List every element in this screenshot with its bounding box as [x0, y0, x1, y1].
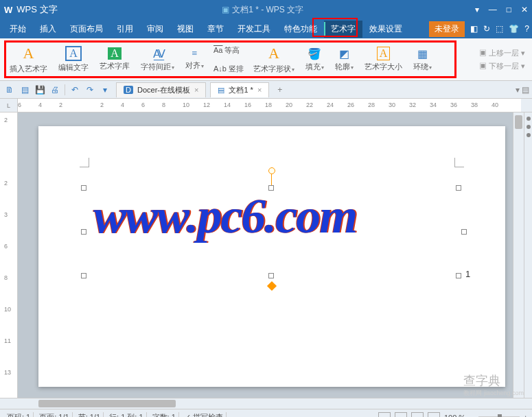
app-logo: W — [4, 5, 12, 15]
close-tab-icon[interactable]: × — [257, 86, 262, 94]
margin-corner-icon — [454, 158, 464, 167]
status-bar: 页码: 1 页面: 1/1 节: 1/1 行: 1 列: 1 字数: 1 ✓ 拼… — [0, 409, 532, 417]
view-reading-button[interactable] — [428, 412, 440, 418]
vertical-icon: A↓b — [213, 64, 227, 73]
library-icon: A — [108, 47, 122, 60]
bring-forward-button[interactable]: ▣ 上移一层 ▾ — [479, 48, 525, 58]
wrap-icon: ▦ — [417, 47, 428, 60]
qat-more-icon[interactable]: ▾ — [98, 83, 112, 97]
side-panel[interactable] — [524, 112, 532, 398]
align-button[interactable]: ≡ 对齐▾ — [180, 41, 209, 78]
align-icon: ≡ — [192, 48, 198, 59]
selection-handle[interactable] — [81, 229, 86, 235]
tab-docer[interactable]: D Docer-在线模板 × — [116, 82, 206, 97]
doc-icon: ▤ — [218, 86, 224, 95]
zoom-out-button[interactable]: − — [470, 414, 474, 418]
status-word-count[interactable]: 字数: 1 — [150, 412, 179, 417]
close-tab-icon[interactable]: × — [194, 86, 198, 94]
view-print-layout-button[interactable] — [378, 412, 391, 418]
wordart-library-button[interactable]: A 艺术字库 — [94, 41, 135, 78]
qat-new-icon[interactable]: 🗎 — [3, 83, 16, 97]
same-height-icon: Aa — [213, 46, 222, 54]
window-icon[interactable]: ⬚ — [496, 24, 503, 34]
vertical-ruler[interactable]: 22368101113 — [0, 112, 18, 398]
menu-wordart[interactable]: 艺术字 — [324, 21, 362, 38]
ribbon-toolbar: A 插入艺术字 A 编辑文字 A 艺术字库 A̲V̲ 字符间距▾ ≡ 对齐▾ A… — [0, 38, 532, 81]
wordart-shape-button[interactable]: A 艺术字形状▾ — [248, 41, 300, 78]
quick-access-toolbar: 🗎 ▤ 💾 🖨 ↶ ↷ ▾ D Docer-在线模板 × ▤ 文档1 * × +… — [0, 81, 532, 99]
vertical-text-button[interactable]: A↓b竖排 — [213, 64, 244, 74]
refresh-icon[interactable]: ↻ — [483, 24, 490, 34]
tab-doc1[interactable]: ▤ 文档1 * × — [210, 82, 269, 97]
vertical-scrollbar[interactable] — [513, 112, 524, 398]
layout-icon[interactable]: ◧ — [470, 24, 478, 34]
fill-button[interactable]: 🪣 填充▾ — [300, 41, 329, 78]
menu-page-layout[interactable]: 页面布局 — [63, 21, 110, 38]
close-button[interactable]: ✕ — [521, 5, 528, 14]
selection-handle[interactable] — [81, 273, 86, 278]
workspace: 22368101113 www.pc6.com 1 — [0, 112, 532, 398]
status-spellcheck[interactable]: ✓ 拼写检查 — [182, 412, 227, 417]
horizontal-ruler[interactable]: 642246810121416182022242628303234363840 — [18, 99, 521, 112]
menu-bar: 开始 插入 页面布局 引用 审阅 视图 章节 开发工具 特色功能 艺术字 效果设… — [0, 19, 532, 38]
maximize-button[interactable]: □ — [507, 5, 511, 14]
menu-insert[interactable]: 插入 — [33, 21, 63, 38]
outline-button[interactable]: ◩ 轮廓▾ — [329, 41, 359, 78]
fill-icon: 🪣 — [308, 47, 321, 60]
wordart-a-icon: A — [23, 45, 34, 62]
wordart-object[interactable]: www.pc6.com — [93, 188, 356, 245]
rotate-handle[interactable] — [268, 167, 275, 174]
menu-developer[interactable]: 开发工具 — [231, 21, 277, 38]
menu-effects[interactable]: 效果设置 — [362, 21, 409, 38]
document-title: 文档1 * - WPS 文字 — [232, 4, 303, 16]
send-backward-button[interactable]: ▣ 下移一层 ▾ — [479, 61, 525, 71]
status-page[interactable]: 页面: 1/1 — [36, 412, 72, 417]
wrap-button[interactable]: ▦ 环绕▾ — [408, 41, 437, 78]
edit-text-button[interactable]: A 编辑文字 — [53, 41, 94, 78]
edit-text-icon: A — [65, 46, 82, 61]
qat-save-icon[interactable]: 💾 — [33, 83, 47, 97]
zoom-in-button[interactable]: + — [524, 414, 528, 418]
selection-handle[interactable] — [456, 273, 461, 278]
document-canvas[interactable]: www.pc6.com 1 — [18, 112, 524, 398]
qat-print-icon[interactable]: 🖨 — [48, 83, 62, 97]
status-position[interactable]: 行: 1 列: 1 — [106, 412, 147, 417]
horizontal-ruler-area: L 64224681012141618202224262830323436384… — [0, 99, 532, 112]
selection-handle[interactable] — [456, 185, 461, 191]
menu-review[interactable]: 审阅 — [140, 21, 170, 38]
char-spacing-button[interactable]: A̲V̲ 字符间距▾ — [135, 41, 180, 78]
menu-view[interactable]: 视图 — [170, 21, 200, 38]
new-tab-button[interactable]: + — [270, 85, 289, 95]
menu-references[interactable]: 引用 — [110, 21, 140, 38]
ruler-unit[interactable]: L — [0, 99, 18, 112]
selection-handle[interactable] — [268, 273, 274, 278]
outline-icon: ◩ — [339, 47, 349, 60]
qat-open-icon[interactable]: ▤ — [18, 83, 32, 97]
minimize-button[interactable]: — — [489, 5, 497, 14]
skin-icon[interactable]: 👕 — [509, 24, 519, 34]
view-web-button[interactable] — [411, 412, 424, 418]
wordart-size-button[interactable]: A 艺术字大小 — [359, 41, 408, 78]
status-section[interactable]: 节: 1/1 — [76, 412, 104, 417]
qat-undo-icon[interactable]: ↶ — [68, 83, 82, 97]
size-icon: A — [377, 47, 391, 60]
insert-wordart-button[interactable]: A 插入艺术字 — [4, 41, 53, 78]
same-height-button[interactable]: Aa等高 — [213, 45, 244, 56]
titlebar-dropdown-icon[interactable]: ▾ — [475, 5, 479, 14]
selection-handle[interactable] — [81, 185, 86, 191]
adjust-handle[interactable] — [267, 281, 277, 291]
help-icon[interactable]: ? — [524, 24, 529, 34]
doc-file-icon: ▣ — [222, 5, 229, 14]
menu-special[interactable]: 特色功能 — [277, 21, 324, 38]
tab-list-icon[interactable]: ▾ ▤ — [516, 85, 529, 95]
login-button[interactable]: 未登录 — [429, 21, 465, 37]
selection-handle[interactable] — [461, 229, 467, 235]
menu-section[interactable]: 章节 — [200, 21, 231, 38]
view-outline-button[interactable] — [395, 412, 407, 418]
zoom-value[interactable]: 100 % — [444, 414, 465, 418]
menu-start[interactable]: 开始 — [3, 21, 33, 38]
spacing-icon: A̲V̲ — [153, 47, 163, 60]
horizontal-scrollbar[interactable] — [0, 398, 532, 409]
status-page-number[interactable]: 页码: 1 — [4, 412, 34, 417]
qat-redo-icon[interactable]: ↷ — [83, 83, 97, 97]
